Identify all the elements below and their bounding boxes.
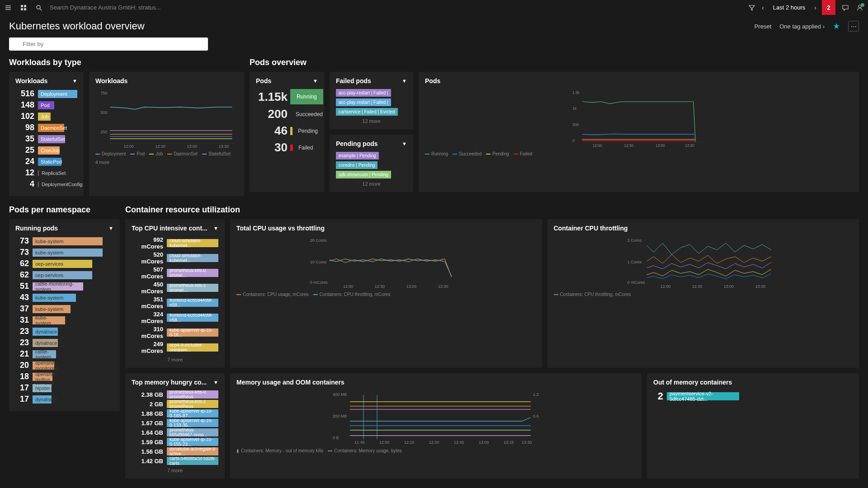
namespace-row[interactable]: 23dynatrace: [15, 327, 113, 336]
svg-text:0: 0: [572, 138, 575, 143]
search-icon[interactable]: [34, 3, 43, 12]
failed-pod-item[interactable]: cartservice | Failed | Evicted: [336, 108, 398, 116]
workload-type-row[interactable]: 148Pod: [15, 100, 77, 110]
workload-type-row[interactable]: 24StaticPod: [15, 157, 77, 166]
section-pods-overview: Pods overview: [250, 58, 859, 67]
global-search-placeholder[interactable]: Search Dynatrace Austria GmbH: stratus..…: [50, 4, 161, 11]
pending-pod-item[interactable]: example | Pending: [336, 152, 379, 160]
resource-row[interactable]: 1.59 GBkube-apiserver-ip-10-0-155-23...: [132, 438, 218, 446]
workload-type-row[interactable]: 35StatefulSet: [15, 134, 77, 144]
namespace-row[interactable]: 31kube-system: [15, 315, 113, 325]
failed-pod-item[interactable]: acc-play-restart | Failed |: [336, 89, 391, 97]
memory-chart: 400 MB 200 MB 0 B 1.2 0.6: [236, 390, 635, 445]
pod-status-row[interactable]: 200Succeeded: [256, 107, 318, 121]
dashboard-icon[interactable]: [19, 3, 28, 12]
resource-row[interactable]: 1.56 GBdynakube-activegate-0 active...: [132, 447, 218, 455]
resource-row[interactable]: 324 mCoresfrontend-6c8594499f-n58...: [132, 311, 218, 324]
filter-icon[interactable]: ▼: [313, 78, 318, 84]
filter-icon[interactable]: ▼: [402, 141, 407, 146]
workload-type-row[interactable]: 102Job: [15, 112, 77, 121]
namespace-row[interactable]: 73kube-system: [15, 236, 113, 246]
pending-pod-item[interactable]: coredns | Pending: [336, 161, 377, 169]
legend-item[interactable]: Failed: [514, 151, 532, 156]
legend-item[interactable]: Succeeded: [453, 151, 481, 156]
failed-more[interactable]: 12 more: [336, 118, 407, 124]
legend-item[interactable]: Running: [425, 151, 448, 156]
legend-item[interactable]: Job: [149, 151, 163, 156]
legend-item[interactable]: Pending: [486, 151, 509, 156]
namespace-row[interactable]: 73kube-system: [15, 248, 113, 257]
namespace-row[interactable]: 18openshift-multus: [15, 372, 113, 381]
svg-text:750: 750: [101, 91, 108, 95]
workload-type-row[interactable]: 516Deployment: [15, 89, 77, 99]
resource-row[interactable]: 520 mCorescloud-simulator-kubernet...: [132, 251, 218, 265]
page-header: Kubernetes workload overview Preset One …: [0, 15, 868, 38]
preset-link[interactable]: Preset: [755, 23, 772, 30]
svg-text:13:15: 13:15: [504, 440, 514, 445]
workload-type-row[interactable]: 4DeploymentConfig: [15, 179, 77, 189]
pending-pod-item[interactable]: sdk-showroom | Pending: [336, 171, 391, 178]
pending-more[interactable]: 12 more: [336, 181, 407, 187]
legend-item[interactable]: Deployment: [95, 151, 126, 156]
namespace-row[interactable]: 62oep-services: [15, 270, 113, 280]
oom-title: Out of memory containers: [653, 379, 732, 386]
filter-icon[interactable]: ▼: [213, 380, 218, 385]
resource-row[interactable]: 2 GBprometheus-k8s-1 prometheus: [132, 400, 218, 408]
legend-item[interactable]: Pod: [130, 151, 145, 156]
user-icon[interactable]: [855, 3, 864, 12]
top-cpu-more[interactable]: 7 more: [132, 357, 218, 362]
namespace-row[interactable]: 37kube-system: [15, 304, 113, 314]
svg-text:0 B: 0 B: [333, 436, 339, 440]
pod-status-row[interactable]: 46Pending: [256, 124, 318, 138]
resource-row[interactable]: 249 mCoresocp4-9-incluster-oneagen...: [132, 341, 218, 354]
resource-row[interactable]: 450 mCoresprometheus-k8s-1 promet...: [132, 281, 218, 295]
filter-icon[interactable]: ▼: [213, 225, 218, 231]
namespace-row[interactable]: 43kube-system: [15, 293, 113, 302]
namespace-row[interactable]: 21cattle-system: [15, 349, 113, 359]
namespace-row[interactable]: 17dynatrace: [15, 394, 113, 404]
workload-type-row[interactable]: 12ReplicaSet: [15, 168, 77, 178]
svg-text:12:00: 12:00: [124, 144, 134, 148]
filter-input[interactable]: [9, 38, 208, 51]
namespace-row[interactable]: 51cattle-monitoring-system: [15, 282, 113, 291]
filter-icon[interactable]: ▼: [402, 78, 407, 84]
top-mem-more[interactable]: 7 more: [132, 468, 218, 473]
favorite-icon[interactable]: ★: [833, 21, 840, 31]
filter-icon[interactable]: ▼: [108, 225, 113, 231]
time-prev-icon[interactable]: ‹: [762, 4, 764, 11]
legend-more[interactable]: 4 more: [95, 160, 109, 165]
resource-row[interactable]: 1.67 GBkube-apiserver-ip-10-0-133-35...: [132, 419, 218, 427]
resource-row[interactable]: 992 mCorescloud-simulator-kubernet...: [132, 236, 218, 250]
failed-pod-item[interactable]: acc-play-restart | Failed |: [336, 99, 391, 106]
namespace-row[interactable]: 23dynatrace: [15, 338, 113, 347]
legend-item[interactable]: StatefulSet: [202, 151, 231, 156]
svg-text:13:00: 13:00: [187, 144, 198, 148]
topbar: Search Dynatrace Austria GmbH: stratus..…: [0, 0, 868, 15]
resource-row[interactable]: 1.88 GBkube-apiserver-ip-10-0-165-87...: [132, 409, 218, 418]
resource-row[interactable]: 310 mCoreskube-apiserver-ip-10-0-16...: [132, 326, 218, 339]
resource-row[interactable]: 2.38 GBprometheus-k8s-0 prometheus: [132, 390, 218, 399]
more-button[interactable]: ⋯: [848, 21, 859, 32]
namespace-row[interactable]: 62oep-services: [15, 259, 113, 268]
workload-type-row[interactable]: 25CronJob: [15, 145, 77, 155]
resource-row[interactable]: 351 mCoresfrontend-6c8594499f-n58...: [132, 296, 218, 310]
top-cpu-title: Top CPU intensive cont...: [132, 225, 208, 232]
pod-status-row[interactable]: 1.15kRunning: [256, 89, 318, 104]
menu-icon[interactable]: [4, 3, 13, 12]
filter-icon[interactable]: ▼: [72, 78, 77, 84]
legend-item[interactable]: DaemonSet: [167, 151, 198, 156]
chat-icon[interactable]: [841, 3, 850, 12]
tag-applied-link[interactable]: One tag applied ›: [779, 23, 825, 30]
resource-row[interactable]: 1.64 GBprometheus-b55d98467-nnnp...: [132, 428, 218, 436]
namespace-row[interactable]: 20openshift-monitoring: [15, 361, 113, 370]
namespace-row[interactable]: 17cumulus-hipster-fdi: [15, 383, 113, 393]
pod-status-row[interactable]: 30Failed: [256, 141, 318, 155]
oom-item[interactable]: paymentservice-v2-5dfcc47485-dzt...: [667, 392, 739, 400]
resource-row[interactable]: 1.42 GBcarts-548885c5f-5d2l6 carts: [132, 457, 218, 465]
alerts-badge[interactable]: 2: [822, 0, 835, 15]
resource-row[interactable]: 507 mCoresprometheus-k8s-0 prome...: [132, 266, 218, 280]
time-next-icon[interactable]: ›: [814, 4, 816, 11]
time-range[interactable]: Last 2 hours: [769, 2, 809, 13]
workload-type-row[interactable]: 98DaemonSet: [15, 123, 77, 132]
filter-icon[interactable]: [747, 3, 756, 12]
